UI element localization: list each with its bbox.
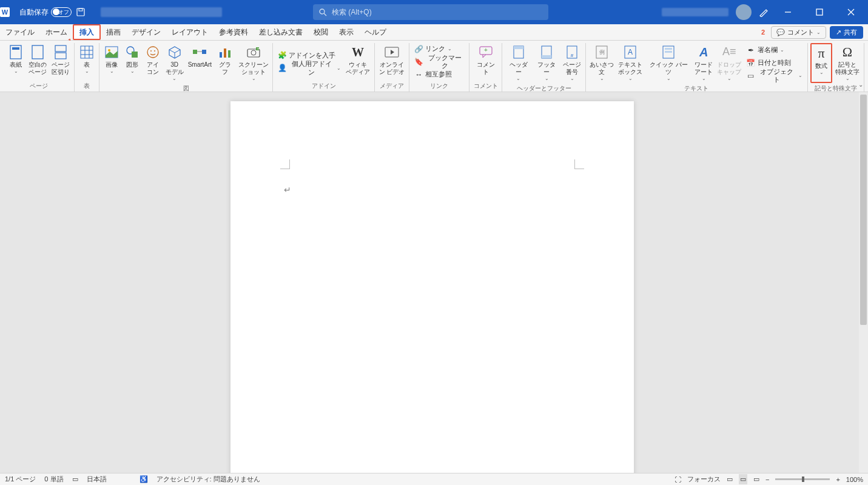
- greeting-button[interactable]: 例あいさつ 文⌄: [588, 43, 616, 83]
- avatar[interactable]: [736, 4, 752, 20]
- cover-page-icon: [8, 44, 24, 60]
- share-icon: ↗: [836, 28, 841, 36]
- store-icon: 🧩: [278, 52, 286, 60]
- blank-page-button[interactable]: 空白の ページ: [27, 43, 49, 81]
- page-number-icon: #: [564, 44, 580, 60]
- status-page[interactable]: 1/1 ページ: [5, 475, 36, 484]
- symbol-button[interactable]: Ω記号と 特殊文字⌄: [833, 43, 861, 83]
- page[interactable]: ↵: [230, 101, 634, 473]
- equation-button[interactable]: π数式⌄: [810, 43, 832, 83]
- tab-draw[interactable]: 描画: [101, 24, 126, 40]
- print-layout-icon[interactable]: ▭: [739, 474, 747, 484]
- tab-review[interactable]: 校閲: [308, 24, 334, 40]
- pi-icon: π: [813, 45, 829, 61]
- page-break-icon: [53, 44, 69, 60]
- bookmark-button[interactable]: 🔖ブックマーク: [412, 56, 466, 68]
- svg-text:A: A: [628, 48, 633, 56]
- vertical-scrollbar[interactable]: [859, 92, 868, 473]
- collapse-ribbon-button[interactable]: ⌄: [858, 81, 863, 88]
- tab-file[interactable]: ファイル: [0, 24, 40, 40]
- quickparts-button[interactable]: クイック パーツ⌄: [645, 43, 692, 83]
- tab-references[interactable]: 参考資料: [214, 24, 254, 40]
- status-words[interactable]: 0 単語: [44, 475, 63, 484]
- share-button[interactable]: ↗ 共有: [830, 26, 863, 39]
- wordart-button[interactable]: Aワード アート⌄: [693, 43, 715, 83]
- footer-icon: [539, 44, 554, 60]
- focus-icon[interactable]: ⛶: [675, 476, 681, 483]
- video-icon: [384, 44, 400, 60]
- username-blurred: [662, 8, 728, 16]
- minimize-button[interactable]: [776, 0, 800, 24]
- page-number-button[interactable]: #ページ 番号⌄: [562, 43, 583, 83]
- pictures-icon: [104, 44, 119, 60]
- shapes-button[interactable]: 図形⌄: [123, 43, 142, 83]
- svg-text:+: +: [484, 47, 488, 53]
- group-text: 例あいさつ 文⌄ Aテキスト ボックス⌄ クイック パーツ⌄ Aワード アート⌄…: [586, 43, 808, 92]
- tab-view[interactable]: 表示: [334, 24, 359, 40]
- read-mode-icon[interactable]: ▭: [727, 475, 733, 483]
- close-button[interactable]: [839, 0, 863, 24]
- search-input[interactable]: 検索 (Alt+Q): [313, 4, 548, 20]
- zoom-slider[interactable]: [775, 478, 830, 480]
- zoom-out-button[interactable]: −: [765, 476, 769, 483]
- svg-rect-13: [55, 45, 66, 52]
- statusbar: 1/1 ページ 0 単語 ▭ 日本語 ♿ アクセシビリティ: 問題ありません ⛶…: [0, 473, 868, 485]
- save-icon[interactable]: [76, 8, 85, 16]
- zoom-level[interactable]: 100%: [846, 476, 863, 483]
- page-break-button[interactable]: ページ 区切り: [50, 43, 72, 81]
- tab-layout[interactable]: レイアウト: [166, 24, 214, 40]
- tab-help[interactable]: ヘルプ: [359, 24, 392, 40]
- scrollbar-thumb[interactable]: [860, 95, 867, 325]
- group-comments: +コメント コメント: [469, 43, 502, 92]
- greeting-icon: 例: [594, 44, 610, 60]
- wikipedia-button[interactable]: Wウィキ ペディア: [345, 43, 372, 81]
- comment-dropdown[interactable]: 💬 コメント ⌄: [771, 26, 826, 39]
- tab-mailings[interactable]: 差し込み文書: [254, 24, 308, 40]
- svg-rect-41: [514, 46, 523, 49]
- smartart-button[interactable]: SmartArt: [186, 43, 213, 83]
- pen-icon[interactable]: [759, 7, 769, 17]
- status-language[interactable]: 日本語: [87, 475, 107, 484]
- online-video-button[interactable]: オンライ ン ビデオ: [377, 43, 407, 81]
- object-button[interactable]: ▭オブジェクト⌄: [744, 70, 805, 82]
- status-focus[interactable]: フォーカス: [687, 475, 721, 484]
- accessibility-icon: ♿: [140, 475, 148, 483]
- tab-design[interactable]: デザイン: [126, 24, 166, 40]
- chart-button[interactable]: グラフ: [215, 43, 236, 83]
- group-tables-label: 表: [84, 81, 90, 92]
- header-button[interactable]: ヘッダー⌄: [505, 43, 532, 83]
- calendar-icon: 📅: [747, 59, 755, 67]
- status-accessibility[interactable]: アクセシビリティ: 問題ありません: [156, 475, 260, 484]
- chevron-down-icon: ⌄: [816, 30, 821, 35]
- autosave-toggle[interactable]: 自動保存 オフ: [19, 7, 72, 18]
- table-button[interactable]: 表⌄: [77, 43, 96, 81]
- spellcheck-icon[interactable]: ▭: [72, 475, 78, 483]
- zoom-in-button[interactable]: +: [836, 476, 839, 483]
- document-area[interactable]: ↵: [0, 92, 868, 473]
- textbox-button[interactable]: Aテキスト ボックス⌄: [617, 43, 644, 83]
- my-addins-button[interactable]: 👤個人用アドイン⌄: [275, 62, 343, 75]
- crossref-button[interactable]: ↔相互参照: [412, 69, 466, 81]
- footer-button[interactable]: フッター⌄: [533, 43, 560, 83]
- dropcap-button[interactable]: A≡ドロップ キャップ⌄: [716, 43, 743, 83]
- icons-button[interactable]: アイ コン: [143, 43, 163, 83]
- signature-button[interactable]: ✒署名欄⌄: [744, 44, 805, 56]
- chart-icon: [217, 44, 233, 60]
- bookmark-icon: 🔖: [414, 58, 423, 66]
- cursor-pilcrow: ↵: [284, 185, 291, 195]
- maximize-button[interactable]: [807, 0, 832, 24]
- titlebar: W 自動保存 オフ 検索 (Alt+Q): [0, 0, 868, 24]
- insert-comment-button[interactable]: +コメント: [472, 43, 499, 81]
- svg-text:+: +: [257, 47, 260, 50]
- cover-page-button[interactable]: 表紙⌄: [6, 43, 25, 81]
- pictures-button[interactable]: 画像⌄: [102, 43, 121, 83]
- group-media-label: メディア: [380, 81, 404, 92]
- screenshot-button[interactable]: +スクリーン ショット⌄: [237, 43, 271, 83]
- 3d-models-button[interactable]: 3D モデル⌄: [164, 43, 185, 83]
- toggle-off-icon[interactable]: オフ: [51, 7, 72, 17]
- svg-rect-52: [665, 51, 672, 53]
- tab-insert[interactable]: 挿入 1: [73, 24, 101, 40]
- web-layout-icon[interactable]: ▭: [753, 475, 759, 483]
- cube-icon: [167, 44, 183, 60]
- svg-point-21: [108, 49, 110, 52]
